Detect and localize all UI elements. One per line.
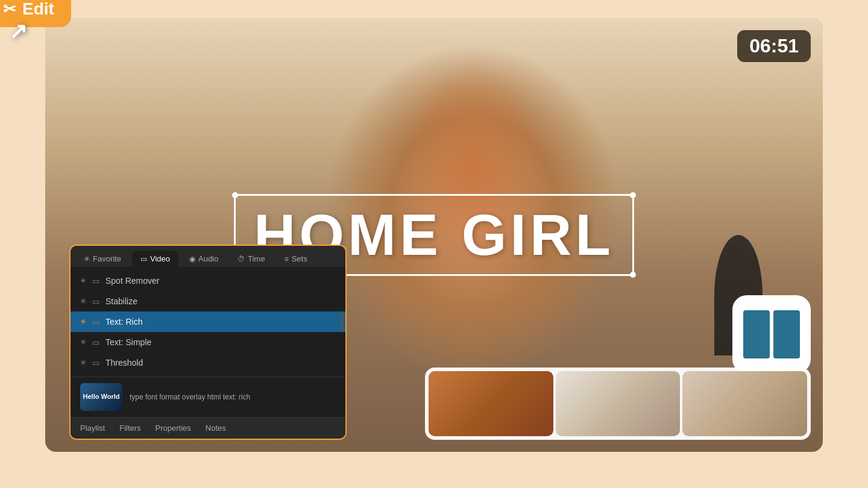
- tab-favorite[interactable]: ✳ Favorite: [75, 251, 130, 267]
- item-spot-remover[interactable]: ✳ ▭ Spot Remover: [71, 271, 345, 291]
- bottom-tab-filters[interactable]: Filters: [119, 422, 140, 434]
- tab-video-label: Video: [150, 254, 170, 263]
- panel-item-list: ✳ ▭ Spot Remover ✳ ▭ Stabilize ✳ ▭ Text:…: [71, 267, 345, 377]
- stabilize-star: ✳: [80, 297, 86, 305]
- threshold-icon: ▭: [92, 358, 99, 368]
- cursor-icon: ↗: [9, 19, 27, 44]
- video-timestamp: 06:51: [737, 30, 811, 62]
- tab-favorite-label: Favorite: [93, 254, 121, 263]
- text-simple-icon: ▭: [92, 338, 99, 347]
- stabilize-label: Stabilize: [105, 296, 137, 306]
- stabilize-icon: ▭: [92, 297, 99, 306]
- threshold-star: ✳: [80, 358, 86, 367]
- tab-sets-label: Sets: [292, 254, 307, 263]
- favorite-tab-icon: ✳: [84, 255, 90, 263]
- thumbnail-2[interactable]: [556, 371, 681, 436]
- tab-audio[interactable]: ◉ Audio: [181, 251, 227, 267]
- filter-panel: ✳ Favorite ▭ Video ◉ Audio ⏱ Time ≡ Se: [69, 245, 347, 440]
- tab-time-label: Time: [248, 254, 265, 263]
- preview-description: type font format overlay html text: rich: [130, 393, 250, 401]
- spot-remover-star: ✳: [80, 277, 86, 285]
- item-text-rich[interactable]: ✳ ▭ Text: Rich: [71, 311, 345, 332]
- sets-tab-icon: ≡: [285, 255, 289, 263]
- tab-sets[interactable]: ≡ Sets: [276, 251, 316, 267]
- text-simple-star: ✳: [80, 338, 86, 346]
- thumbnail-3[interactable]: [682, 371, 807, 436]
- split-panel-right: [773, 310, 800, 358]
- scroll-indicator[interactable]: [341, 313, 343, 331]
- scissors-icon: ✂: [3, 0, 16, 19]
- item-text-simple[interactable]: ✳ ▭ Text: Simple: [71, 332, 345, 352]
- thumbnail-1[interactable]: [429, 371, 553, 436]
- spot-remover-label: Spot Remover: [105, 276, 159, 286]
- tab-audio-label: Audio: [198, 254, 218, 263]
- item-threshold[interactable]: ✳ ▭ Threshold: [71, 352, 345, 373]
- bottom-tab-notes[interactable]: Notes: [206, 422, 226, 434]
- video-player: 06:51 HOME GIRL: [45, 18, 823, 452]
- tab-video[interactable]: ▭ Video: [132, 251, 178, 267]
- text-simple-label: Text: Simple: [105, 337, 151, 347]
- split-screen-icon[interactable]: [732, 295, 811, 374]
- split-panel-left: [743, 310, 770, 358]
- preview-thumbnail: Hello World: [80, 383, 122, 411]
- bottom-tab-playlist[interactable]: Playlist: [80, 422, 105, 434]
- tab-time[interactable]: ⏱ Time: [229, 251, 273, 267]
- video-tab-icon: ▭: [140, 255, 147, 263]
- thumbnail-strip: [425, 368, 811, 440]
- edit-button-label: Edit: [22, 0, 54, 19]
- bottom-tab-properties[interactable]: Properties: [156, 422, 191, 434]
- threshold-label: Threshold: [105, 358, 143, 368]
- panel-preview: Hello World type font format overlay htm…: [71, 377, 345, 417]
- text-rich-icon: ▭: [92, 318, 99, 327]
- text-rich-label: Text: Rich: [105, 317, 142, 327]
- panel-bottom-tabs: Playlist Filters Properties Notes: [71, 417, 345, 439]
- panel-tabs: ✳ Favorite ▭ Video ◉ Audio ⏱ Time ≡ Se: [71, 246, 345, 267]
- audio-tab-icon: ◉: [189, 255, 195, 263]
- edit-button[interactable]: ✂ Edit ↗: [0, 0, 71, 27]
- text-rich-star: ✳: [80, 318, 86, 326]
- time-tab-icon: ⏱: [237, 255, 245, 263]
- item-stabilize[interactable]: ✳ ▭ Stabilize: [71, 291, 345, 311]
- spot-remover-icon: ▭: [92, 277, 99, 286]
